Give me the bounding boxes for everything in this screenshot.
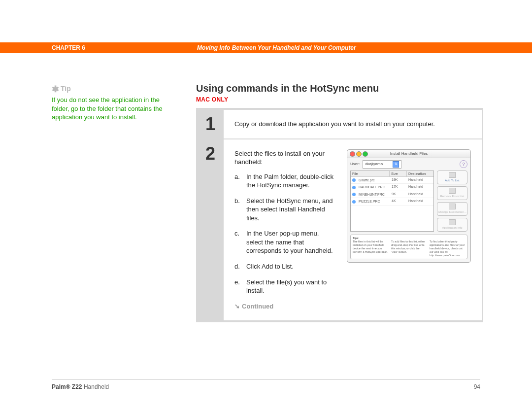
step-2-content: Select the files to install on your hand… [224,139,482,321]
file-size: 17K [390,184,407,190]
list-item: e.Select the file(s) you want to install… [234,278,337,295]
file-name: Giraffe.prc [357,177,374,183]
file-size: 9K [390,191,407,198]
list-item: d.Click Add to List. [234,262,337,271]
list-text: Select the HotSync menu, and then select… [246,197,337,223]
step-1: 1 Copy or download the application you w… [196,109,483,139]
continued-arrow-icon: ➘ [234,302,240,311]
list-text: In the User pop-up menu, select the name… [246,229,337,255]
list-label: d. [234,262,243,271]
file-dest: Handheld [407,184,433,190]
list-label: c. [234,229,243,255]
step-2-lead: Select the files to install on your hand… [234,149,337,167]
chapter-label: CHAPTER 6 [52,42,85,53]
asterisk-icon: ✱ [52,84,59,94]
window-titlebar: Install Handheld Files [347,150,470,158]
list-item: c.In the User pop-up menu, select the na… [234,229,337,255]
product-bold: Palm® Z22 [52,383,82,390]
tips-col: The files in this list will be installed… [353,240,388,257]
main-content: Using commands in the HotSync menu MAC O… [196,83,483,322]
step-2: 2 Select the files to install on your ha… [196,139,483,322]
col-destination[interactable]: Destination [407,171,433,176]
list-text: In the Palm folder, double-click the Hot… [246,172,337,190]
file-dest: Handheld [407,198,433,205]
tips-title: Tips: [353,237,465,240]
info-icon [449,219,456,225]
window-body: File Size Destination Giraffe.prc19KHand… [347,171,470,235]
zoom-icon[interactable] [363,151,368,157]
minimize-icon[interactable] [356,151,362,157]
button-label: Add To List [445,178,460,182]
add-icon [449,172,456,178]
file-dest: Handheld [407,177,433,183]
file-list: File Size Destination Giraffe.prc19KHand… [350,171,434,232]
table-row[interactable]: Giraffe.prc19KHandheld [351,177,433,184]
window-title: Install Handheld Files [390,151,428,156]
file-name: PUZZLE.PRC [357,199,374,204]
table-row[interactable]: PUZZLE.PRC4KHandheld [351,198,433,205]
button-label: Remove From List [440,194,464,198]
section-title: Using commands in the HotSync menu [196,83,483,94]
step-2-text: Select the files to install on your hand… [234,149,337,311]
install-handheld-files-window: Install Handheld Files User: dkajiyama ⇅… [347,149,471,263]
close-icon[interactable] [350,151,355,157]
file-icon [352,178,356,182]
file-list-header: File Size Destination [351,171,433,177]
page-number: 94 [474,383,480,390]
change-destination-button[interactable]: Change Destination... [437,202,467,216]
steps-container: 1 Copy or download the application you w… [196,108,483,322]
file-icon [352,200,356,204]
step-2-list: a.In the Palm folder, double-click the H… [234,172,337,295]
table-row[interactable]: HARDBALL.PRC17KHandheld [351,184,433,191]
tips-col: To find other third-party applications a… [430,240,465,257]
list-item: a.In the Palm folder, double-click the H… [234,172,337,190]
list-label: a. [234,172,243,190]
step-number: 1 [197,110,224,138]
file-name: MINEHUNT.PRC [357,192,374,197]
file-dest: Handheld [407,191,433,198]
file-name: HARDBALL.PRC [357,184,374,190]
destination-icon [449,204,456,209]
file-icon [352,193,356,196]
mac-only-label: MAC ONLY [196,96,483,103]
continued-text: Continued [242,303,273,310]
table-row[interactable]: MINEHUNT.PRC9KHandheld [351,191,433,198]
list-label: b. [234,197,243,223]
col-size[interactable]: Size [390,171,407,176]
file-icon [352,186,356,189]
product-name: Palm® Z22 Handheld [52,383,109,390]
user-dropdown-value: dkajiyama [365,162,383,167]
tips-col: To add files to this list, either drag-a… [391,240,427,257]
button-label: Application Info [442,226,462,230]
footer: Palm® Z22 Handheld 94 [52,383,480,390]
application-info-button[interactable]: Application Info [437,218,467,232]
add-to-list-button[interactable]: Add To List [437,171,467,184]
user-label: User: [350,162,360,167]
button-label: Change Destination... [438,210,466,214]
list-label: e. [234,278,243,295]
product-rest: Handheld [82,383,109,390]
dropdown-arrows-icon: ⇅ [393,161,399,168]
user-row: User: dkajiyama ⇅ ? [347,158,470,171]
file-list-empty-area [351,206,433,228]
continued-indicator: ➘Continued [234,302,337,311]
file-size: 4K [390,198,407,205]
file-size: 19K [390,177,407,183]
sidebar-tip: ✱Tip If you do not see the application i… [52,84,175,122]
help-icon[interactable]: ? [460,160,467,168]
page: CHAPTER 6 Moving Info Between Your Handh… [0,0,532,411]
list-text: Select the file(s) you want to install. [246,278,337,295]
tip-label-text: Tip [61,85,71,93]
user-dropdown[interactable]: dkajiyama ⇅ [363,160,401,169]
action-buttons: Add To List Remove From List Change Dest… [437,171,467,232]
step-number: 2 [197,139,224,321]
step-1-content: Copy or download the application you wan… [224,110,482,138]
remove-icon [449,188,456,194]
col-file[interactable]: File [351,171,390,176]
tip-body: If you do not see the application in the… [52,96,175,122]
header-bar: CHAPTER 6 Moving Info Between Your Handh… [0,42,532,53]
tips-box: Tips: The files in this list will be ins… [350,235,467,259]
remove-from-list-button[interactable]: Remove From List [437,186,467,200]
list-text: Click Add to List. [246,262,294,271]
tip-heading: ✱Tip [52,84,175,95]
